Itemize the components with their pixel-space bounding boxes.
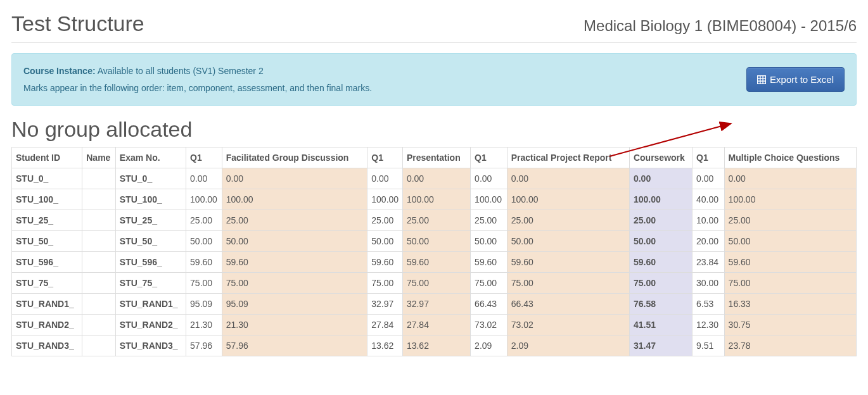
table-cell: 25.00: [724, 210, 856, 231]
marks-table: Student IDNameExam No.Q1Facilitated Grou…: [11, 147, 857, 356]
table-cell: [82, 210, 116, 231]
table-cell: 6.53: [692, 294, 725, 315]
table-cell: 13.62: [402, 335, 470, 356]
table-cell: 75.00: [186, 273, 222, 294]
table-cell: 59.60: [402, 252, 470, 273]
table-row: STU_RAND2_STU_RAND2_21.3021.3027.8427.84…: [12, 315, 857, 335]
col-header: Q1: [471, 147, 507, 168]
table-cell: 0.00: [222, 168, 367, 189]
page-title: Test Structure: [11, 11, 144, 36]
table-cell: 59.60: [629, 252, 692, 273]
table-cell: 59.60: [471, 252, 507, 273]
table-cell: 0.00: [724, 168, 856, 189]
table-cell: 41.51: [629, 315, 692, 335]
table-cell: STU_RAND2_: [115, 315, 186, 335]
table-cell: STU_75_: [12, 273, 82, 294]
table-row: STU_75_STU_75_75.0075.0075.0075.0075.007…: [12, 273, 857, 294]
table-cell: 23.84: [692, 252, 725, 273]
table-cell: 59.60: [186, 252, 222, 273]
col-header: Multiple Choice Questions: [724, 147, 856, 168]
export-to-excel-button[interactable]: Export to Excel: [746, 67, 845, 92]
table-cell: 66.43: [471, 294, 507, 315]
table-cell: 13.62: [367, 335, 403, 356]
table-row: STU_50_STU_50_50.0050.0050.0050.0050.005…: [12, 231, 857, 252]
marks-order-note: Marks appear in the following order: ite…: [23, 80, 372, 97]
table-cell: 59.60: [367, 252, 403, 273]
table-cell: 66.43: [507, 294, 629, 315]
col-header: Student ID: [12, 147, 82, 168]
table-cell: 16.33: [724, 294, 856, 315]
table-cell: 59.60: [222, 252, 367, 273]
table-cell: 0.00: [471, 168, 507, 189]
table-cell: 75.00: [629, 273, 692, 294]
table-cell: 21.30: [222, 315, 367, 335]
table-cell: 100.00: [471, 189, 507, 210]
table-cell: 25.00: [222, 210, 367, 231]
table-cell: STU_75_: [115, 273, 186, 294]
table-cell: 0.00: [186, 168, 222, 189]
table-cell: [82, 273, 116, 294]
table-cell: 57.96: [222, 335, 367, 356]
table-cell: 75.00: [471, 273, 507, 294]
course-instance-label: Course Instance:: [23, 66, 96, 76]
table-cell: STU_100_: [115, 189, 186, 210]
table-cell: 32.97: [402, 294, 470, 315]
svg-rect-0: [758, 75, 766, 84]
table-cell: 23.78: [724, 335, 856, 356]
table-cell: STU_596_: [12, 252, 82, 273]
table-cell: 25.00: [507, 210, 629, 231]
table-cell: 50.00: [724, 231, 856, 252]
col-header: Q1: [692, 147, 725, 168]
col-header: Q1: [367, 147, 403, 168]
table-cell: 50.00: [186, 231, 222, 252]
table-cell: 73.02: [471, 315, 507, 335]
table-cell: STU_596_: [115, 252, 186, 273]
table-cell: 95.09: [186, 294, 222, 315]
table-cell: 27.84: [402, 315, 470, 335]
table-cell: 25.00: [402, 210, 470, 231]
table-cell: 0.00: [629, 168, 692, 189]
table-cell: 50.00: [629, 231, 692, 252]
table-row: STU_25_STU_25_25.0025.0025.0025.0025.002…: [12, 210, 857, 231]
table-cell: 50.00: [402, 231, 470, 252]
table-cell: STU_50_: [115, 231, 186, 252]
table-cell: STU_RAND3_: [12, 335, 82, 356]
table-cell: 10.00: [692, 210, 725, 231]
table-cell: 25.00: [367, 210, 403, 231]
section-title: No group allocated: [11, 117, 857, 142]
table-cell: 95.09: [222, 294, 367, 315]
info-alert: Course Instance: Available to all studen…: [11, 53, 857, 106]
table-cell: 12.30: [692, 315, 725, 335]
table-cell: 27.84: [367, 315, 403, 335]
table-row: STU_RAND3_STU_RAND3_57.9657.9613.6213.62…: [12, 335, 857, 356]
table-cell: 0.00: [402, 168, 470, 189]
table-cell: 0.00: [367, 168, 403, 189]
col-header: Exam No.: [115, 147, 186, 168]
course-instance-value: Available to all students (SV1) Semester…: [98, 66, 264, 76]
table-cell: 75.00: [724, 273, 856, 294]
col-header: Q1: [186, 147, 222, 168]
table-cell: 50.00: [471, 231, 507, 252]
table-cell: 21.30: [186, 315, 222, 335]
table-cell: 25.00: [186, 210, 222, 231]
table-cell: 2.09: [507, 335, 629, 356]
table-cell: 100.00: [402, 189, 470, 210]
col-header: Presentation: [402, 147, 470, 168]
table-cell: STU_100_: [12, 189, 82, 210]
table-row: STU_0_STU_0_0.000.000.000.000.000.000.00…: [12, 168, 857, 189]
table-cell: STU_RAND3_: [115, 335, 186, 356]
table-cell: STU_RAND2_: [12, 315, 82, 335]
table-row: STU_100_STU_100_100.00100.00100.00100.00…: [12, 189, 857, 210]
table-cell: 20.00: [692, 231, 725, 252]
table-cell: 25.00: [471, 210, 507, 231]
table-cell: [82, 315, 116, 335]
table-cell: 59.60: [724, 252, 856, 273]
table-cell: 2.09: [471, 335, 507, 356]
table-cell: 30.00: [692, 273, 725, 294]
table-cell: 50.00: [367, 231, 403, 252]
table-cell: 75.00: [402, 273, 470, 294]
table-cell: 0.00: [507, 168, 629, 189]
table-cell: 73.02: [507, 315, 629, 335]
table-cell: [82, 335, 116, 356]
table-cell: 59.60: [507, 252, 629, 273]
